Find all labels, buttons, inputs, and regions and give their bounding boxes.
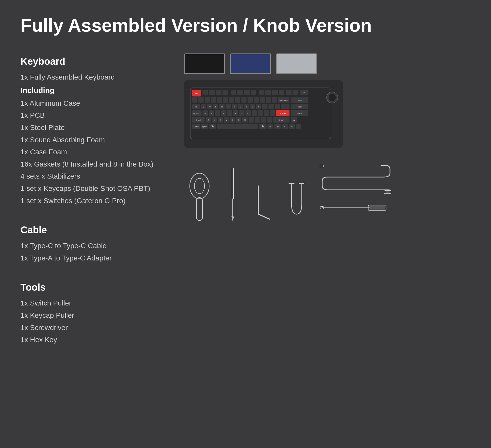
keyboard-image: esc del [184,80,343,148]
left-column: Keyboard 1x Fully Assembled Keyboard Inc… [20,51,169,346]
swatch-silver [276,53,317,74]
svg-text:⌘: ⌘ [211,125,214,128]
svg-rect-14 [265,90,271,95]
svg-line-144 [258,214,270,219]
svg-text:control: control [194,126,199,128]
svg-text:option: option [202,126,207,128]
svg-text:M: M [244,119,246,121]
svg-rect-5 [203,90,208,95]
svg-rect-110 [249,117,254,123]
svg-rect-113 [267,117,272,123]
svg-text:S: S [210,112,212,115]
svg-rect-27 [229,97,234,103]
svg-text:B: B [232,119,233,121]
svg-rect-152 [370,206,385,210]
svg-text:V: V [226,119,227,121]
svg-text:O: O [252,106,253,108]
svg-rect-22 [198,97,204,103]
svg-rect-31 [254,97,259,103]
svg-text:↵ enter: ↵ enter [280,113,286,114]
svg-text:>: > [298,125,299,128]
keyboard-illustration: esc del [190,85,339,141]
svg-text:∧: ∧ [293,118,295,121]
svg-rect-18 [293,90,298,95]
svg-text:⇧ shift: ⇧ shift [196,119,201,121]
svg-text:ctrl: ctrl [277,126,279,128]
keyboard-item-4: 1x Sound Absorbing Foam [20,134,169,146]
right-column: esc del [179,51,471,346]
svg-rect-9 [231,90,236,95]
keyboard-item-3: 1x Steel Plate [20,122,169,134]
svg-text:∨: ∨ [291,125,293,128]
svg-rect-112 [261,117,266,123]
svg-rect-12 [251,90,256,95]
cable-item-1: 1x Type-C to Type-C Cable [20,240,169,252]
tool-item-2: 1x Keycap Puller [20,309,169,322]
svg-rect-140 [232,168,233,199]
svg-rect-6 [209,90,215,95]
svg-rect-34 [272,97,277,103]
svg-rect-89 [270,110,275,116]
keyboard-item-6: 16x Gaskets (8 Installed and 8 in the Bo… [20,158,169,170]
color-swatches [184,53,317,74]
svg-text:Z: Z [208,119,209,121]
svg-rect-124 [217,124,258,129]
cable-section: Cable 1x Type-C to Type-C Cable 1x Type-… [20,225,169,264]
svg-rect-33 [266,97,271,103]
keycap-puller-icon [284,181,304,222]
svg-text:A: A [204,112,206,115]
svg-text:fn: fn [270,126,271,128]
keyboard-item-9: 1 set x Switches (Gateron G Pro) [20,195,169,207]
svg-text:X: X [214,119,215,121]
svg-rect-26 [223,97,228,103]
svg-text:backspace: backspace [280,99,288,101]
keyboard-item-8: 1 set x Keycaps (Double-Shot OSA PBT) [20,182,169,195]
svg-rect-24 [211,97,216,103]
screwdriver-icon [228,166,238,222]
svg-text:pgup: pgup [298,99,302,101]
keyboard-item-7: 4 sets x Stabilizers [20,170,169,182]
svg-text:H: H [235,112,237,115]
keyboard-item-5: 1x Case Foam [20,146,169,158]
svg-rect-147 [320,165,324,167]
svg-rect-17 [286,90,292,95]
svg-rect-16 [279,90,284,95]
svg-rect-63 [275,104,280,109]
svg-text:P: P [258,106,259,108]
svg-rect-62 [269,104,274,109]
cable-section-title: Cable [20,225,169,236]
svg-rect-15 [272,90,278,95]
accessories-row [184,158,391,222]
svg-text:pgdn: pgdn [298,106,302,108]
svg-rect-8 [222,90,228,95]
svg-rect-7 [216,90,221,95]
swatch-black [184,53,225,74]
keyboard-section-title: Keyboard [20,56,169,67]
svg-text:F: F [223,112,224,115]
svg-rect-87 [258,110,263,116]
svg-text:Y: Y [233,106,235,108]
svg-rect-10 [237,90,243,95]
svg-point-2 [329,94,336,101]
svg-text:T: T [228,106,229,108]
svg-text:L: L [254,112,255,115]
keyboard-section: Keyboard 1x Fully Assembled Keyboard Inc… [20,56,169,207]
tools-section-title: Tools [20,282,169,293]
tool-item-3: 1x Screwdriver [20,322,169,334]
svg-text:esc: esc [195,92,198,95]
content-layout: Keyboard 1x Fully Assembled Keyboard Inc… [20,51,471,346]
svg-text:J: J [241,112,242,115]
including-label: Including [20,83,169,97]
svg-text:del: del [303,92,305,93]
tools-section: Tools 1x Switch Puller 1x Keycap Puller … [20,282,169,346]
svg-rect-11 [244,90,250,95]
svg-text:caps lock: caps lock [193,113,201,115]
svg-text:W: W [209,106,211,108]
svg-rect-139 [196,198,203,221]
svg-text:C: C [220,119,221,121]
svg-text:Q: Q [203,106,204,108]
svg-text:N: N [238,119,240,121]
svg-text:tab: tab [195,106,197,108]
svg-text:R: R [221,106,223,108]
svg-rect-28 [235,97,240,103]
